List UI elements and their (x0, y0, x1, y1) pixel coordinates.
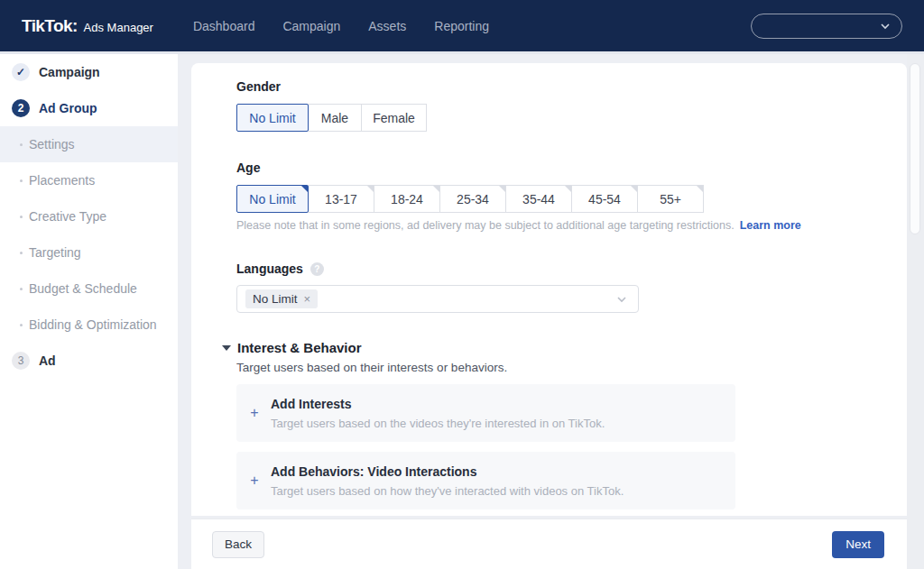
languages-label-row: Languages ? (236, 262, 907, 276)
logo-product-name: Ads Manager (84, 21, 153, 34)
age-option-25-34[interactable]: 25-34 (439, 185, 506, 213)
sidebar-step-label: Ad Group (39, 101, 97, 115)
wizard-footer: Back Next (191, 519, 907, 569)
settings-form-card: Gender No Limit Male Female Age No Limit… (191, 63, 907, 516)
sidebar-item-label: Targeting (29, 245, 81, 260)
sidebar-step-campaign[interactable]: ✓ Campaign (0, 54, 178, 90)
nav-item-dashboard[interactable]: Dashboard (193, 19, 255, 33)
learn-more-link[interactable]: Learn more (740, 219, 801, 232)
app-body: ✓ Campaign 2 Ad Group Settings Placement… (0, 54, 924, 569)
top-navbar: TikTok: Ads Manager Dashboard Campaign A… (0, 0, 924, 51)
sidebar-item-placements[interactable]: Placements (0, 162, 178, 198)
add-interests-text: Add Interests Target users based on the … (271, 397, 605, 430)
gender-option-female[interactable]: Female (361, 104, 427, 132)
step-number-badge: 2 (12, 99, 30, 117)
language-tag-label: No Limit (253, 292, 298, 306)
interest-behavior-title: Interest & Behavior (237, 340, 362, 355)
bullet-dot-icon (20, 216, 23, 218)
age-option-13-17[interactable]: 13-17 (308, 185, 374, 213)
caret-down-icon (222, 345, 231, 351)
bullet-dot-icon (20, 288, 23, 290)
add-behaviors-description: Target users based on how they've intera… (271, 484, 624, 498)
gender-option-male[interactable]: Male (308, 104, 362, 132)
logo-wordmark: TikTok: (22, 16, 78, 36)
help-icon[interactable]: ? (310, 262, 324, 276)
back-button[interactable]: Back (212, 531, 264, 558)
sidebar-item-targeting[interactable]: Targeting (0, 234, 178, 271)
language-tag: No Limit × (245, 289, 318, 308)
age-option-45-54[interactable]: 45-54 (571, 185, 638, 213)
step-number-badge: 3 (12, 352, 30, 370)
plus-icon: + (249, 473, 260, 489)
scrollbar-thumb[interactable] (910, 63, 920, 234)
age-option-35-44[interactable]: 35-44 (505, 185, 572, 213)
bullet-dot-icon (20, 143, 23, 146)
interest-behavior-subtitle: Target users based on their interests or… (236, 361, 907, 374)
check-icon: ✓ (12, 63, 30, 81)
sidebar-item-settings[interactable]: Settings (0, 126, 178, 162)
age-label: Age (236, 161, 907, 175)
bullet-dot-icon (20, 179, 23, 182)
nav-item-assets[interactable]: Assets (368, 19, 406, 33)
add-behaviors-card[interactable]: + Add Behaviors: Video Interactions Targ… (236, 452, 735, 509)
sidebar-item-label: Placements (29, 173, 95, 188)
age-option-55-plus[interactable]: 55+ (637, 185, 704, 213)
age-option-18-24[interactable]: 18-24 (374, 185, 440, 213)
sidebar-step-ad-group[interactable]: 2 Ad Group (0, 90, 178, 126)
sidebar-step-ad[interactable]: 3 Ad (0, 343, 178, 379)
sidebar-item-creative-type[interactable]: Creative Type (0, 198, 178, 234)
steps-sidebar: ✓ Campaign 2 Ad Group Settings Placement… (0, 54, 178, 569)
bullet-dot-icon (20, 252, 23, 254)
next-button[interactable]: Next (832, 531, 884, 558)
languages-label: Languages (236, 262, 303, 276)
chevron-down-icon (880, 23, 891, 30)
age-note-text: Please note that in some regions, ad del… (236, 219, 735, 232)
sidebar-item-budget-schedule[interactable]: Budget & Schedule (0, 271, 178, 307)
gender-option-no-limit[interactable]: No Limit (236, 104, 309, 132)
scrollbar-track (907, 54, 924, 569)
add-interests-card[interactable]: + Add Interests Target users based on th… (236, 384, 735, 442)
chevron-down-icon (616, 296, 627, 303)
add-interests-description: Target users based on the videos they're… (271, 417, 605, 430)
main-area: Gender No Limit Male Female Age No Limit… (178, 54, 924, 569)
languages-select[interactable]: No Limit × (236, 285, 639, 313)
sidebar-item-label: Creative Type (29, 209, 106, 224)
add-behaviors-title: Add Behaviors: Video Interactions (271, 464, 624, 479)
bullet-dot-icon (20, 324, 23, 326)
sidebar-item-label: Bidding & Optimization (29, 317, 157, 332)
sidebar-item-bidding-optimization[interactable]: Bidding & Optimization (0, 307, 178, 343)
sidebar-step-label: Campaign (39, 65, 100, 79)
gender-button-group: No Limit Male Female (236, 104, 907, 132)
age-button-group: No Limit 13-17 18-24 25-34 35-44 45-54 5… (236, 185, 907, 213)
add-behaviors-text: Add Behaviors: Video Interactions Target… (271, 464, 624, 498)
sidebar-step-label: Ad (39, 353, 56, 368)
primary-nav: Dashboard Campaign Assets Reporting (193, 19, 489, 33)
interest-behavior-header[interactable]: Interest & Behavior (222, 340, 907, 355)
gender-label: Gender (236, 79, 907, 94)
nav-item-reporting[interactable]: Reporting (434, 19, 489, 33)
age-option-no-limit[interactable]: No Limit (236, 185, 309, 213)
account-dropdown[interactable] (751, 14, 902, 39)
sidebar-item-label: Budget & Schedule (29, 281, 137, 296)
nav-item-campaign[interactable]: Campaign (282, 19, 340, 33)
plus-icon: + (249, 405, 260, 421)
age-note: Please note that in some regions, ad del… (236, 219, 907, 232)
tiktok-ads-manager-logo: TikTok: Ads Manager (22, 16, 153, 36)
add-interests-title: Add Interests (271, 397, 605, 411)
close-icon[interactable]: × (304, 293, 311, 305)
sidebar-item-label: Settings (29, 137, 75, 151)
